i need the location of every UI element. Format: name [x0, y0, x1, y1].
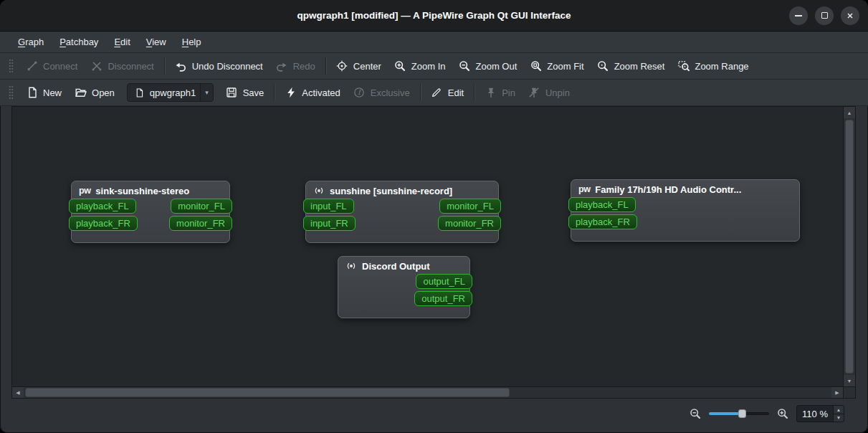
zoom-in-button[interactable]: Zoom In — [388, 57, 452, 76]
minimize-button[interactable] — [789, 6, 808, 25]
node-discord-output[interactable]: Discord Output output_FL output_FR — [338, 256, 470, 318]
port-output-fr[interactable]: output_FR — [414, 291, 472, 306]
node-title: sink-sunshine-stereo — [95, 186, 189, 196]
disconnect-button[interactable]: Disconnect — [84, 57, 160, 76]
patchbay-toolbar: New Open qpwgraph1 ▾ Save Activated Excl… — [0, 80, 868, 106]
zoom-reset-icon — [597, 60, 609, 72]
port-monitor-fl[interactable]: monitor_FL — [171, 199, 232, 214]
redo-button[interactable]: Redo — [270, 57, 322, 76]
zoom-out-button[interactable]: Zoom Out — [452, 57, 524, 76]
node-title: Discord Output — [362, 261, 430, 272]
maximize-button[interactable] — [815, 6, 834, 25]
scrollbar-corner — [844, 387, 856, 399]
port-input-fr[interactable]: input_FR — [303, 216, 356, 231]
zoom-out-icon — [459, 60, 471, 72]
node-header[interactable]: pw Family 17h/19h HD Audio Contr... — [571, 180, 799, 196]
port-output-fl[interactable]: output_FL — [416, 274, 472, 289]
center-button[interactable]: Center — [330, 57, 388, 76]
app-window: qpwgraph1 [modified] — A PipeWire Graph … — [0, 0, 868, 433]
save-icon — [226, 87, 238, 99]
toolbar-grip-handle[interactable] — [9, 85, 14, 100]
minimize-icon — [795, 15, 802, 16]
horizontal-scrollbar[interactable]: ◀ ▶ — [11, 387, 844, 399]
new-button[interactable]: New — [19, 83, 68, 103]
node-sunshine-record[interactable]: sunshine [sunshine-record] input_FL moni… — [305, 181, 499, 243]
node-family-hd-audio-controller[interactable]: pw Family 17h/19h HD Audio Contr... play… — [571, 179, 800, 242]
zoom-in-icon — [394, 60, 406, 72]
activated-toggle[interactable]: Activated — [278, 83, 346, 103]
open-folder-icon — [75, 87, 87, 99]
graph-canvas[interactable]: pw sink-sunshine-stereo playback_FL moni… — [11, 106, 844, 387]
window-controls — [789, 0, 859, 31]
menu-patchbay[interactable]: Patchbay — [52, 32, 106, 52]
scroll-left-button[interactable]: ◀ — [12, 387, 24, 398]
main-area: pw sink-sunshine-stereo playback_FL moni… — [0, 106, 868, 433]
exclusive-toggle[interactable]: Exclusive — [347, 83, 416, 103]
port-playback-fl[interactable]: playback_FL — [69, 199, 136, 214]
zoom-value[interactable]: 110 % — [797, 406, 833, 422]
pin-button[interactable]: Pin — [478, 83, 522, 103]
file-icon — [133, 87, 146, 99]
port-monitor-fr[interactable]: monitor_FR — [438, 216, 501, 231]
port-input-fl[interactable]: input_FL — [303, 199, 354, 214]
menu-view[interactable]: View — [138, 32, 174, 52]
node-header[interactable]: pw sink-sunshine-stereo — [72, 181, 229, 197]
menu-bar: Graph Patchbay Edit View Help — [0, 32, 868, 53]
port-monitor-fl[interactable]: monitor_FL — [439, 199, 501, 214]
redo-icon — [276, 60, 288, 72]
zoom-range-icon — [677, 60, 690, 72]
scroll-right-button[interactable]: ▶ — [831, 387, 843, 398]
toolbar-separator — [474, 84, 474, 101]
edit-icon — [431, 87, 443, 99]
pipewire-icon: pw — [79, 186, 90, 196]
node-title: Family 17h/19h HD Audio Contr... — [595, 184, 741, 195]
zoom-slider[interactable] — [709, 408, 769, 419]
zoom-out-icon[interactable] — [690, 408, 701, 419]
activated-icon — [285, 87, 297, 99]
horizontal-scrollbar-handle[interactable] — [25, 388, 510, 397]
port-monitor-fr[interactable]: monitor_FR — [169, 216, 232, 231]
zoom-fit-button[interactable]: Zoom Fit — [523, 57, 590, 76]
close-button[interactable] — [841, 6, 859, 25]
open-button[interactable]: Open — [68, 83, 121, 103]
port-playback-fr[interactable]: playback_FR — [568, 214, 637, 229]
vertical-scrollbar-handle[interactable] — [845, 120, 854, 373]
disconnect-icon — [90, 60, 102, 72]
save-button[interactable]: Save — [219, 83, 271, 103]
menu-edit[interactable]: Edit — [106, 32, 138, 52]
vertical-scrollbar[interactable]: ▲ ▼ — [844, 106, 856, 387]
toolbar-separator — [325, 57, 326, 75]
port-playback-fr[interactable]: playback_FR — [69, 216, 138, 231]
node-header[interactable]: Discord Output — [338, 257, 469, 272]
node-header[interactable]: sunshine [sunshine-record] — [306, 181, 498, 197]
zoom-slider-handle[interactable] — [738, 409, 746, 418]
undo-disconnect-button[interactable]: Undo Disconnect — [168, 57, 270, 76]
menu-help[interactable]: Help — [174, 32, 209, 52]
zoom-in-icon[interactable] — [777, 408, 788, 419]
patchbay-file-combo[interactable]: qpwgraph1 ▾ — [127, 83, 214, 102]
connect-button[interactable]: Connect — [19, 57, 84, 76]
maximize-icon — [821, 12, 828, 19]
zoom-spin-up-button[interactable]: ▲ — [834, 406, 844, 414]
patchbay-file-combo-value: qpwgraph1 — [150, 87, 196, 98]
scroll-up-button[interactable]: ▲ — [844, 107, 855, 118]
zoom-spinbox[interactable]: 110 % ▲ ▼ — [796, 405, 844, 422]
toolbar-grip-handle[interactable] — [9, 59, 14, 73]
unpin-button[interactable]: Unpin — [522, 83, 576, 103]
edit-toggle[interactable]: Edit — [424, 83, 470, 103]
node-sink-sunshine-stereo[interactable]: pw sink-sunshine-stereo playback_FL moni… — [71, 181, 230, 243]
center-icon — [336, 60, 348, 72]
zoom-reset-button[interactable]: Zoom Reset — [591, 57, 672, 76]
zoom-fit-icon — [530, 60, 542, 72]
status-bar: 110 % ▲ ▼ — [11, 401, 856, 426]
toolbar-separator — [164, 57, 165, 75]
pin-icon — [485, 87, 497, 99]
scroll-down-button[interactable]: ▼ — [844, 375, 855, 386]
zoom-range-button[interactable]: Zoom Range — [671, 57, 755, 76]
title-bar[interactable]: qpwgraph1 [modified] — A PipeWire Graph … — [0, 0, 868, 32]
menu-graph[interactable]: Graph — [10, 32, 52, 52]
zoom-spin-down-button[interactable]: ▼ — [834, 414, 844, 422]
toolbar-separator — [420, 84, 421, 101]
port-playback-fl[interactable]: playback_FL — [568, 197, 636, 212]
chevron-down-icon: ▾ — [200, 84, 209, 101]
